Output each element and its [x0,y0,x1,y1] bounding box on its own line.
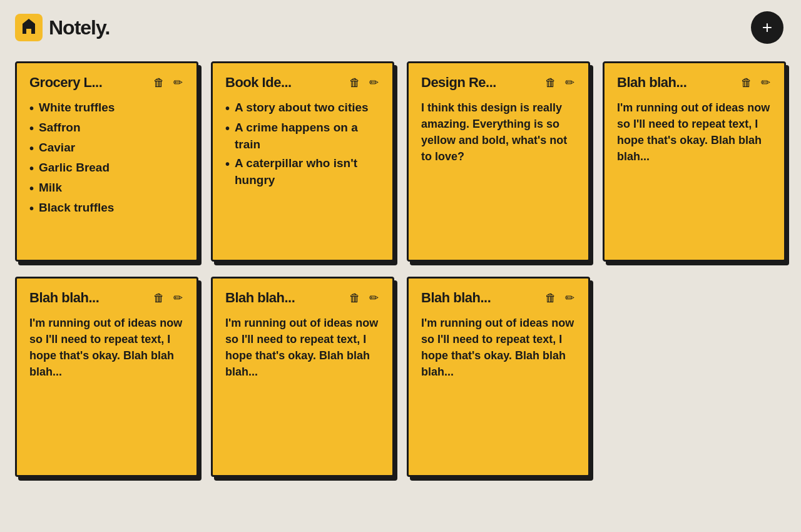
header: Notely. + [0,0,801,55]
plus-icon: + [762,19,772,36]
card-header-blah-4: Blah blah... 🗑 ✏ [421,290,576,306]
note-card-design-review: Design Re... 🗑 ✏ I think this design is … [407,61,590,262]
list-item: A story about two cities [225,100,380,117]
blah-2-body: I'm running out of ideas now so I'll nee… [29,315,184,380]
card-grid-row1: Grocery L... 🗑 ✏ White truffles Saffron … [0,55,801,277]
card-header-grocery: Grocery L... 🗑 ✏ [29,74,184,91]
delete-button-design-review[interactable]: 🗑 [544,75,558,91]
delete-button-grocery[interactable]: 🗑 [152,75,166,91]
edit-icon: ✏ [173,291,183,305]
list-item: White truffles [29,100,184,117]
edit-button-grocery[interactable]: ✏ [172,74,184,91]
trash-icon: 🗑 [153,292,165,305]
edit-icon: ✏ [369,76,379,90]
card-header-design-review: Design Re... 🗑 ✏ [421,74,576,91]
list-item: Black truffles [29,200,184,217]
edit-icon: ✏ [369,291,379,305]
edit-icon: ✏ [565,76,574,90]
note-card-blah-4: Blah blah... 🗑 ✏ I'm running out of idea… [407,277,590,477]
card-actions-blah-2: 🗑 ✏ [152,290,184,306]
card-title-blah-4: Blah blah... [421,290,491,306]
add-note-button[interactable]: + [751,11,783,44]
card-actions-blah-1: 🗑 ✏ [740,74,772,91]
blah-4-body: I'm running out of ideas now so I'll nee… [421,315,576,380]
note-card-book-ideas: Book Ide... 🗑 ✏ A story about two cities… [211,61,394,262]
blah-3-body: I'm running out of ideas now so I'll nee… [225,315,380,380]
card-title-design-review: Design Re... [421,74,496,91]
card-actions-grocery: 🗑 ✏ [152,74,184,91]
card-header-blah-2: Blah blah... 🗑 ✏ [29,290,184,306]
edit-button-blah-2[interactable]: ✏ [172,290,184,306]
list-item: Garlic Bread [29,160,184,177]
card-actions-blah-3: 🗑 ✏ [348,290,380,306]
card-grid-row2: Blah blah... 🗑 ✏ I'm running out of idea… [0,277,801,492]
edit-button-blah-4[interactable]: ✏ [564,290,576,306]
card-title-blah-1: Blah blah... [617,74,686,91]
edit-icon: ✏ [565,291,574,305]
edit-icon: ✏ [173,76,183,90]
delete-button-blah-1[interactable]: 🗑 [740,75,753,91]
edit-button-book-ideas[interactable]: ✏ [368,74,380,91]
trash-icon: 🗑 [349,76,360,90]
edit-button-blah-1[interactable]: ✏ [760,74,772,91]
note-card-blah-2: Blah blah... 🗑 ✏ I'm running out of idea… [15,277,198,477]
design-review-body: I think this design is really amazing. E… [421,100,576,165]
card-header-book-ideas: Book Ide... 🗑 ✏ [225,74,380,91]
delete-button-blah-4[interactable]: 🗑 [544,290,558,306]
list-item: Caviar [29,140,184,157]
delete-button-blah-2[interactable]: 🗑 [152,290,166,306]
list-item: A crime happens on a train [225,120,380,153]
card-title-blah-3: Blah blah... [225,290,295,306]
card-header-blah-3: Blah blah... 🗑 ✏ [225,290,380,306]
card-title-book-ideas: Book Ide... [225,74,292,91]
card-title-grocery: Grocery L... [29,74,102,91]
book-ideas-list: A story about two cities A crime happens… [225,100,380,188]
app-title: Notely. [49,16,110,39]
trash-icon: 🗑 [349,292,360,305]
list-item: A caterpillar who isn't hungry [225,155,380,188]
list-item: Saffron [29,120,184,137]
trash-icon: 🗑 [545,292,556,305]
trash-icon: 🗑 [545,76,556,90]
note-card-blah-1: Blah blah... 🗑 ✏ I'm running out of idea… [603,61,786,262]
card-header-blah-1: Blah blah... 🗑 ✏ [617,74,772,91]
card-title-blah-2: Blah blah... [29,290,99,306]
edit-icon: ✏ [761,76,770,90]
note-card-grocery: Grocery L... 🗑 ✏ White truffles Saffron … [15,61,198,262]
card-actions-blah-4: 🗑 ✏ [544,290,576,306]
list-item: Milk [29,180,184,197]
trash-icon: 🗑 [741,76,752,90]
delete-button-blah-3[interactable]: 🗑 [348,290,362,306]
trash-icon: 🗑 [153,76,165,90]
grocery-list: White truffles Saffron Caviar Garlic Bre… [29,100,184,217]
logo-area: Notely. [15,14,110,41]
card-actions-book-ideas: 🗑 ✏ [348,74,380,91]
edit-button-design-review[interactable]: ✏ [564,74,576,91]
edit-button-blah-3[interactable]: ✏ [368,290,380,306]
logo-icon [15,14,43,41]
note-card-blah-3: Blah blah... 🗑 ✏ I'm running out of idea… [211,277,394,477]
blah-1-body: I'm running out of ideas now so I'll nee… [617,100,772,165]
delete-button-book-ideas[interactable]: 🗑 [348,75,362,91]
card-actions-design-review: 🗑 ✏ [544,74,576,91]
